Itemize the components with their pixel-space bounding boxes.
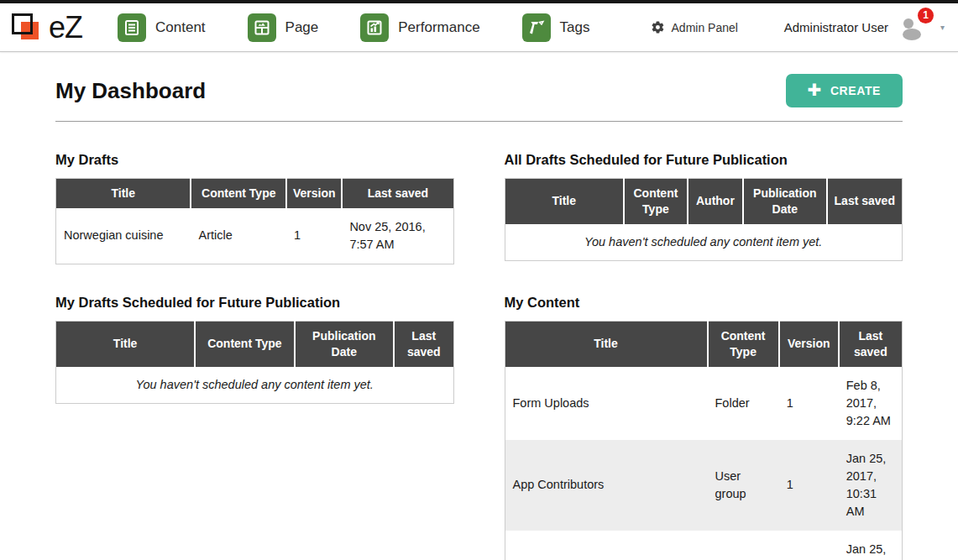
table-cell: 1: [286, 208, 342, 264]
tags-icon: [522, 13, 551, 42]
column-header: Last saved: [839, 321, 903, 366]
table-cell: Article: [191, 208, 286, 264]
column-header: Title: [505, 321, 708, 366]
user-menu[interactable]: Administrator User 1 ▾: [784, 14, 945, 41]
table-cell: Folder: [708, 531, 779, 560]
my-drafts-scheduled-table: TitleContent TypePublication DateLast sa…: [55, 321, 454, 404]
table-header-row: TitleContent TypeVersionLast saved: [56, 179, 454, 208]
all-drafts-scheduled-title: All Drafts Scheduled for Future Publicat…: [505, 152, 903, 168]
table-cell: User group: [708, 440, 779, 531]
column-header: Last saved: [342, 179, 453, 208]
table-cell: Form Uploads: [505, 367, 708, 440]
column-header: Publication Date: [743, 179, 826, 224]
column-header: Author: [688, 179, 743, 224]
notification-badge[interactable]: 1: [918, 8, 934, 24]
admin-panel-link[interactable]: Admin Panel: [651, 20, 738, 34]
nav-item-content[interactable]: Content: [118, 13, 206, 42]
table-row[interactable]: Form UploadsFolder1Feb 8, 2017, 9:22 AM: [505, 367, 903, 440]
table-row[interactable]: UsersFolder1Jan 25, 2017, 7:58 AM: [505, 531, 903, 560]
dashboard-grid: My Drafts TitleContent TypeVersionLast s…: [55, 152, 903, 560]
column-header: Title: [505, 179, 624, 224]
my-drafts-scheduled-title: My Drafts Scheduled for Future Publicati…: [55, 295, 454, 311]
column-header: Last saved: [827, 179, 903, 224]
my-drafts-table: TitleContent TypeVersionLast savedNorweg…: [55, 178, 454, 264]
nav-item-performance[interactable]: Performance: [360, 13, 479, 42]
table-cell: Norwegian cuisine: [56, 208, 191, 264]
content-icon: [118, 13, 146, 42]
empty-row: You haven't scheduled any content item y…: [505, 224, 903, 261]
my-content-section: My Content TitleContent TypeVersionLast …: [505, 295, 903, 560]
avatar: 1: [898, 14, 929, 41]
table-cell: Feb 8, 2017, 9:22 AM: [839, 367, 903, 440]
empty-message: You haven't scheduled any content item y…: [505, 224, 903, 261]
ez-logo-icon: [10, 11, 45, 44]
my-content-table: TitleContent TypeVersionLast savedForm U…: [505, 321, 903, 560]
column-header: Title: [56, 179, 191, 208]
dashboard-page: My Dashboard ✚ CREATE My Drafts TitleCon…: [0, 52, 958, 560]
title-row: My Dashboard ✚ CREATE: [55, 74, 903, 122]
app-header: eZ Content Page Performance Tags: [0, 3, 958, 52]
table-cell: Users: [505, 531, 708, 560]
empty-message: You haven't scheduled any content item y…: [56, 367, 454, 404]
column-header: Content Type: [708, 321, 779, 366]
table-header-row: TitleContent TypePublication DateLast sa…: [56, 321, 454, 366]
performance-icon: [360, 13, 389, 42]
all-drafts-scheduled-table: TitleContent TypeAuthorPublication DateL…: [505, 178, 903, 261]
my-drafts-scheduled-section: My Drafts Scheduled for Future Publicati…: [55, 295, 454, 560]
empty-row: You haven't scheduled any content item y…: [56, 367, 454, 404]
main-nav: Content Page Performance Tags: [118, 13, 590, 42]
create-button-label: CREATE: [830, 84, 881, 97]
nav-label-page: Page: [285, 19, 319, 36]
table-header-row: TitleContent TypeAuthorPublication DateL…: [505, 179, 903, 224]
my-content-title: My Content: [505, 295, 903, 311]
nav-label-performance: Performance: [398, 19, 479, 36]
chevron-down-icon: ▾: [940, 23, 945, 32]
nav-item-tags[interactable]: Tags: [522, 13, 590, 42]
column-header: Content Type: [195, 321, 294, 366]
plus-icon: ✚: [808, 81, 822, 98]
table-cell: 1: [779, 440, 839, 531]
table-cell: Jan 25, 2017, 10:31 AM: [839, 440, 903, 531]
table-cell: App Contributors: [505, 440, 708, 531]
page-title: My Dashboard: [55, 78, 206, 104]
table-cell: 1: [779, 367, 839, 440]
ez-logo[interactable]: eZ: [10, 11, 82, 44]
column-header: Version: [779, 321, 839, 366]
nav-item-page[interactable]: Page: [248, 13, 319, 42]
my-drafts-section: My Drafts TitleContent TypeVersionLast s…: [55, 152, 454, 264]
table-row[interactable]: Norwegian cuisineArticle1Nov 25, 2016, 7…: [56, 208, 454, 264]
create-button[interactable]: ✚ CREATE: [786, 74, 903, 107]
all-drafts-scheduled-section: All Drafts Scheduled for Future Publicat…: [505, 152, 903, 264]
admin-panel-label: Admin Panel: [672, 21, 738, 34]
my-drafts-title: My Drafts: [55, 152, 454, 168]
table-row[interactable]: App ContributorsUser group1Jan 25, 2017,…: [505, 440, 903, 531]
ez-logo-text: eZ: [49, 13, 82, 43]
column-header: Publication Date: [295, 321, 394, 366]
column-header: Title: [56, 321, 196, 366]
column-header: Content Type: [191, 179, 286, 208]
column-header: Last saved: [394, 321, 453, 366]
page-icon: [248, 13, 276, 42]
table-cell: Nov 25, 2016, 7:57 AM: [342, 208, 453, 264]
table-cell: Folder: [708, 367, 779, 440]
gear-icon: [651, 20, 665, 34]
nav-label-content: Content: [155, 19, 206, 36]
column-header: Version: [286, 179, 342, 208]
nav-label-tags: Tags: [560, 19, 590, 36]
table-header-row: TitleContent TypeVersionLast saved: [505, 321, 903, 366]
table-cell: 1: [779, 531, 839, 560]
user-name: Administrator User: [784, 20, 888, 34]
table-cell: Jan 25, 2017, 7:58 AM: [839, 531, 903, 560]
column-header: Content Type: [624, 179, 688, 224]
